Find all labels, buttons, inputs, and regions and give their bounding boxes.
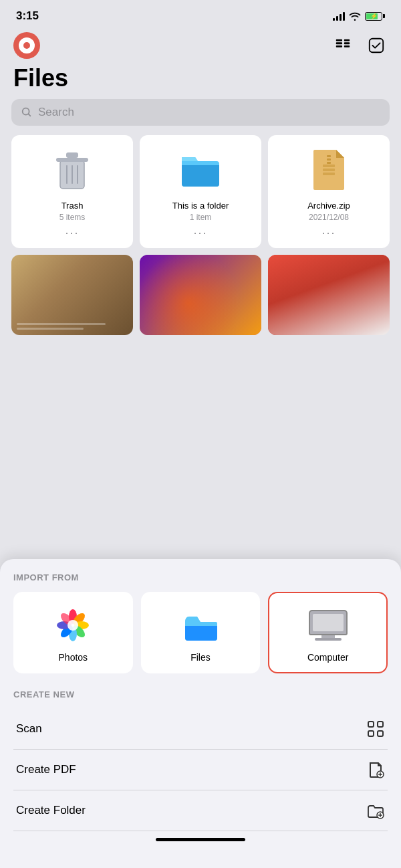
svg-rect-3 [344,39,350,41]
battery-icon: ⚡ [365,12,385,21]
header-actions [331,34,388,57]
app-logo-inner [19,37,35,53]
pdf-icon [366,760,385,779]
thumb-item-2[interactable] [140,255,261,335]
thumb-item-1[interactable] [11,255,133,335]
status-bar: 3:15 ⚡ [0,0,401,27]
import-photos[interactable]: Photos [13,592,133,673]
trash-meta: 5 items [59,213,86,222]
status-icons: ⚡ [333,11,385,21]
zip-meta: 2021/12/08 [309,213,349,222]
computer-icon [308,605,348,645]
wifi-icon [349,11,361,21]
file-item-folder[interactable]: This is a folder 1 item ··· [140,135,261,248]
photos-label: Photos [59,652,88,663]
create-section-label: CREATE NEW [13,689,388,699]
svg-rect-6 [370,39,383,52]
svg-rect-0 [336,39,342,41]
folder-file-icon [176,146,225,194]
svg-rect-1 [336,42,342,44]
folder-name: This is a folder [172,201,229,211]
svg-rect-19 [327,162,331,164]
search-placeholder: Search [38,106,74,119]
svg-rect-14 [323,165,335,167]
trash-more[interactable]: ··· [65,226,79,240]
svg-rect-17 [327,155,331,157]
select-button[interactable] [365,34,388,57]
import-computer[interactable]: Computer [268,592,388,673]
svg-rect-29 [368,722,374,727]
home-indicator [156,838,245,841]
svg-rect-4 [344,42,350,44]
import-files[interactable]: Files [141,592,261,673]
search-bar[interactable]: Search [11,99,390,126]
file-item-zip[interactable]: Archive.zip 2021/12/08 ··· [268,135,390,248]
svg-rect-9 [56,158,88,162]
svg-rect-32 [378,731,383,736]
folder-more[interactable]: ··· [193,226,207,240]
bottom-sheet: IMPORT FROM Photos [0,559,401,868]
svg-rect-5 [344,45,350,47]
svg-rect-15 [323,169,335,171]
signal-icon [333,11,345,21]
zip-more[interactable]: ··· [321,226,336,240]
files-icon [180,605,221,645]
file-item-trash[interactable]: Trash 5 items ··· [11,135,133,248]
scan-icon [366,720,385,738]
zip-file-icon [305,146,353,194]
app-logo[interactable] [13,32,40,59]
import-section-label: IMPORT FROM [13,572,388,582]
computer-label: Computer [307,652,348,663]
page-title: Files [13,64,388,92]
trash-name: Trash [61,201,84,211]
svg-rect-16 [323,173,335,175]
action-scan[interactable]: Scan [13,709,388,750]
photos-icon [53,605,93,645]
svg-rect-18 [327,158,331,160]
svg-rect-2 [336,45,342,47]
folder-plus-icon [366,801,385,820]
svg-rect-10 [66,152,78,158]
app-header [0,27,401,62]
trash-file-icon [48,146,96,194]
action-create-folder[interactable]: Create Folder [13,790,388,831]
create-pdf-label: Create PDF [16,763,76,776]
folder-meta: 1 item [190,213,212,222]
create-folder-label: Create Folder [16,804,86,817]
files-label: Files [190,652,211,663]
svg-point-28 [68,620,78,631]
grid-view-button[interactable] [331,34,354,57]
scan-label: Scan [16,722,42,736]
import-grid: Photos Files Computer [13,592,388,673]
svg-rect-30 [378,722,383,727]
thumb-item-3[interactable] [268,255,390,335]
status-time: 3:15 [16,9,39,23]
zip-name: Archive.zip [307,201,350,211]
search-icon [21,106,33,118]
app-logo-dot [23,42,30,49]
svg-rect-31 [368,731,374,736]
page-title-container: Files [0,62,401,99]
action-create-pdf[interactable]: Create PDF [13,750,388,790]
file-grid: Trash 5 items ··· This is a folder 1 ite… [0,135,401,342]
